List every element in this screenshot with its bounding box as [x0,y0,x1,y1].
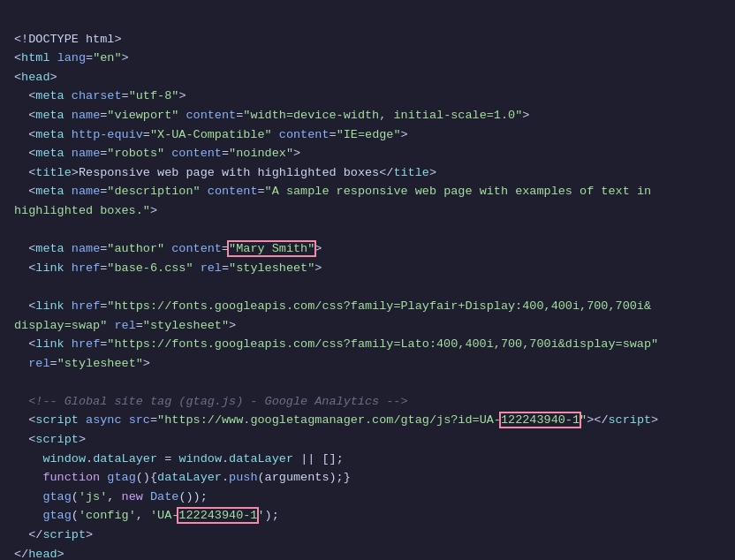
line-23: window.dataLayer = window.dataLayer || [… [14,452,344,465]
line-8: <title>Responsive web page with highligh… [14,166,436,179]
line-20: <!-- Global site tag (gtag.js) - Google … [14,395,408,408]
line-24: function gtag(){dataLayer.push(arguments… [14,471,351,484]
line-13: <link href="base-6.css" rel="stylesheet"… [14,261,322,275]
line-5: <meta name="viewport" content="width=dev… [14,109,529,122]
line-17: <link href="https://fonts.googleapis.com… [14,337,658,351]
line-2: <html lang="en"> [14,51,129,64]
line-26: gtag('config', 'UA-122243940-1'); [14,509,279,522]
line-12: <meta name="author" content="Mary Smith"… [14,242,322,255]
line-4: <meta charset="utf-8"> [14,89,186,102]
line-25: gtag('js', new Date()); [14,490,208,503]
line-16: display=swap" rel="stylesheet"> [14,319,236,332]
line-22: <script> [14,433,86,446]
line-6: <meta http-equiv="X-UA-Compatible" conte… [14,128,408,141]
line-10: highlighted boxes."> [14,204,157,217]
line-28: </head> [14,548,64,560]
line-15: <link href="https://fonts.googleapis.com… [14,299,651,313]
line-3: <head> [14,71,57,84]
line-18: rel="stylesheet"> [14,357,150,370]
line-27: </script> [14,528,93,541]
line-1: <!DOCTYPE html> [14,33,122,46]
line-21: <script async src="https://www.googletag… [14,413,658,427]
line-9: <meta name="description" content="A samp… [14,185,651,198]
line-7: <meta name="robots" content="noindex"> [14,147,300,160]
code-editor: <!DOCTYPE html> <html lang="en"> <head> … [14,11,721,560]
